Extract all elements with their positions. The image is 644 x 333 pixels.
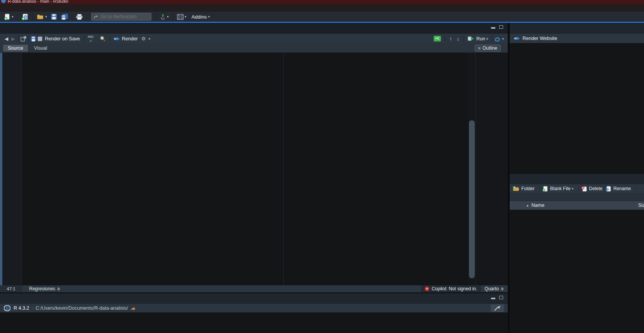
back-icon[interactable]: ◀	[5, 36, 8, 42]
copilot-status[interactable]: × Copilot: Not signed in.	[421, 285, 481, 292]
visual-mode-button[interactable]: Visual	[30, 45, 52, 52]
save-all-button[interactable]	[60, 12, 69, 21]
run-tools: +C ↑ ↓ Run ▾ ▾	[434, 34, 504, 43]
run-previous-icon[interactable]: ↑	[450, 36, 452, 42]
open-folder-icon	[37, 14, 44, 20]
rename-icon	[605, 186, 611, 192]
render-website-button[interactable]: Render Website	[513, 34, 558, 43]
source-console-column: ◀ ▶ Render on Save ABC ✓ Render ⚙ ▾ +C	[0, 23, 508, 333]
insert-chunk-icon[interactable]: +C	[434, 36, 441, 42]
outline-icon: ≡	[478, 46, 481, 50]
name-column-header[interactable]: Name	[531, 203, 544, 208]
blank-file-button[interactable]: Blank File ▾	[542, 186, 573, 192]
print-icon	[76, 14, 83, 20]
new-folder-icon	[513, 186, 519, 191]
minimize-icon[interactable]	[491, 27, 495, 29]
spinner-icon	[57, 287, 60, 291]
print-button[interactable]	[75, 12, 83, 21]
svg-text:R: R	[24, 16, 26, 19]
chevron-down-icon[interactable]: ▾	[486, 37, 488, 41]
source-editor-toolbar: ◀ ▶ Render on Save ABC ✓ Render ⚙ ▾ +C	[0, 34, 508, 43]
chevron-down-icon[interactable]: ▾	[167, 15, 169, 19]
scrollbar-thumb[interactable]	[469, 120, 475, 278]
render-button[interactable]: Render	[113, 35, 139, 43]
chevron-down-icon[interactable]: ▾	[45, 15, 47, 19]
new-file-icon	[4, 14, 10, 20]
copilot-error-icon: ×	[425, 286, 429, 291]
addins-label: Addins	[191, 14, 207, 20]
goto-input[interactable]	[100, 14, 146, 20]
delete-file-button[interactable]: Delete	[581, 186, 602, 192]
panes-grid-icon	[177, 14, 184, 20]
chevron-down-icon[interactable]: ▾	[148, 37, 150, 41]
forward-icon[interactable]: ▶	[11, 36, 15, 42]
blank-file-icon	[542, 186, 548, 192]
files-tab-bar	[510, 174, 644, 184]
rstudio-window: R-data-analisis - main - RStudio ▾ R ▾	[0, 0, 644, 333]
chevron-down-icon[interactable]: ▾	[208, 15, 210, 19]
editor-scrollbar[interactable]	[468, 53, 476, 285]
spinner-icon	[501, 287, 504, 291]
code-editor[interactable]	[0, 53, 508, 285]
chevron-down-icon[interactable]: ▾	[185, 15, 187, 19]
new-project-button[interactable]: R	[21, 12, 30, 21]
render-icon	[514, 36, 520, 41]
new-folder-button[interactable]: Folder	[513, 186, 535, 191]
render-icon	[114, 36, 120, 41]
version-control-button[interactable]: ▾	[159, 12, 170, 21]
save-icon	[51, 14, 57, 20]
rstudio-logo-icon	[1, 0, 6, 3]
open-file-button[interactable]: ▾	[36, 12, 48, 21]
publish-icon[interactable]	[494, 36, 501, 42]
right-panes-column: Render Website Folder Blank File ▾ Delet…	[510, 23, 644, 333]
render-on-save-label: Render on Save	[45, 36, 80, 42]
save-button[interactable]	[50, 12, 58, 21]
section-selector[interactable]: Regresiones	[29, 286, 60, 291]
delete-icon	[581, 186, 587, 192]
goto-file-function-search[interactable]	[91, 13, 151, 21]
minimize-icon[interactable]	[491, 298, 495, 299]
gear-icon[interactable]: ⚙	[141, 36, 146, 42]
build-toolbar: Render Website	[510, 34, 644, 43]
source-mode-button[interactable]: Source	[3, 45, 28, 52]
chevron-down-icon[interactable]: ▾	[572, 187, 574, 191]
spellcheck-icon[interactable]: ABC ✓	[88, 35, 96, 42]
console-output[interactable]	[0, 312, 508, 333]
editor-mode-row: Source Visual ≡ Outline	[0, 43, 508, 53]
files-toolbar: Folder Blank File ▾ Delete Rename	[510, 184, 644, 193]
files-list	[510, 210, 644, 333]
version-control-icon	[160, 14, 166, 20]
rename-file-button[interactable]: Rename	[605, 186, 631, 192]
working-directory: C:/Users/kevin/Documents/R-data-analisis…	[35, 305, 128, 311]
save-icon[interactable]	[31, 36, 36, 42]
workspace-panes-button[interactable]: ▾	[176, 12, 187, 21]
r-version[interactable]: R 4.3.2	[14, 305, 29, 311]
render-on-save-checkbox[interactable]	[38, 36, 42, 41]
sort-ascending-icon: ▲	[526, 204, 529, 207]
chevron-down-icon[interactable]: ▾	[502, 37, 504, 41]
maximize-icon[interactable]	[499, 25, 503, 29]
goto-directory-icon[interactable]	[130, 306, 135, 310]
document-format-selector[interactable]: Quarto	[481, 286, 508, 291]
editor-left-strip	[0, 53, 2, 285]
clear-console-button[interactable]	[491, 304, 504, 312]
open-in-new-window-icon[interactable]	[21, 36, 26, 42]
line-number-gutter	[2, 53, 22, 285]
outline-toggle-button[interactable]: ≡ Outline	[475, 45, 501, 52]
main-toolbar: ▾ R ▾ ▾ ▾	[0, 12, 644, 22]
broom-icon	[494, 305, 501, 311]
new-project-icon: R	[22, 14, 29, 20]
chevron-down-icon[interactable]: ▾	[12, 15, 14, 19]
size-column-header[interactable]: Siz	[638, 203, 644, 208]
maximize-icon[interactable]	[499, 296, 503, 299]
find-replace-icon[interactable]	[100, 36, 106, 42]
source-pane-window-controls	[491, 25, 503, 29]
addins-button[interactable]: Addins ▾	[191, 12, 210, 21]
console-tab-bar	[0, 293, 508, 304]
source-tab-bar	[0, 23, 508, 34]
save-all-icon	[61, 14, 68, 20]
new-file-button[interactable]: ▾	[3, 12, 14, 21]
run-next-icon[interactable]: ↓	[457, 36, 460, 42]
run-button[interactable]: Run ▾	[467, 35, 489, 43]
files-table-header: ▲ Name Siz	[510, 201, 644, 210]
